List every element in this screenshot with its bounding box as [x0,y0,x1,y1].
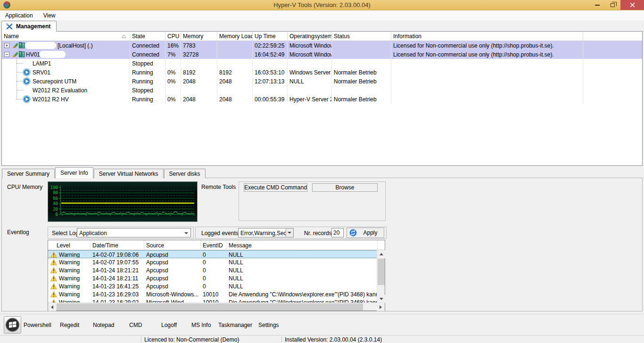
windows-start-button[interactable] [4,316,21,334]
scroll-down-button[interactable] [377,295,385,303]
menu-item-view[interactable]: View [38,10,61,20]
vertical-scrollbar[interactable] [377,250,385,303]
tab-server-summary[interactable]: Server Summary [2,169,55,178]
close-button[interactable] [620,0,644,10]
event-row[interactable]: Warning14-02-07 19:08:06Apcupsd0NULL [48,250,385,258]
column-header-status[interactable]: Status [332,32,391,41]
toolbar-link-regedit[interactable]: Regedit [60,322,79,328]
event-row[interactable]: Warning14-01-23 16:41:25Apcupsd0NULL [48,282,385,290]
event-column-header-eventid[interactable]: EventID [201,240,227,250]
event-row[interactable]: Warning14-01-24 18:21:11Apcupsd0NULL [48,274,385,282]
server-row-w2012-r2-hv[interactable]: W2012 R2 HVRunning0%2048204800:00:55:39H… [2,95,642,104]
server-table-rows: [LocalHost] (.)Connected16%778302:22:59:… [2,41,642,104]
menu-item-application[interactable]: Application [0,10,38,20]
server-name-cell: LAMP1 [2,59,130,68]
status-bar: Licenced to: Non-Commercial (Demo) Insta… [0,335,644,343]
column-header-operatingsystem[interactable]: Operatingsystem [288,32,332,41]
status-separator [141,336,141,343]
column-header-name[interactable]: Name [2,32,130,41]
server-cell-state: Running [130,68,165,77]
server-table-panel: NameStateCPUMemoryMemory LoadUp TimeOper… [1,31,643,166]
server-name-cell: [LocalHost] (.) [2,41,130,50]
event-level-label: Warning [59,275,80,282]
eventlog-label: Eventlog [7,229,29,236]
column-header-up-time[interactable]: Up Time [253,32,288,41]
server-cell-operatingsystem: Microsoft Windows 8 [288,41,332,50]
tree-branch-line [17,72,23,73]
server-cell-information [391,77,583,86]
horizontal-scrollbar[interactable] [48,302,385,310]
execute-cmd-command-button[interactable]: Execute CMD Command [244,183,307,192]
tree-trunk-line [17,58,17,99]
horizontal-scrollbar-thumb[interactable] [57,303,363,310]
server-row-securepoint-utm[interactable]: Securepoint UTMRunning0%2048204812:07:13… [2,77,642,86]
server-cell-up-time: 12:07:13:13 [253,77,288,86]
toolbar-link-powershell[interactable]: Powershell [24,322,51,328]
tree-branch-line [17,81,23,82]
event-cell-event_id: 0 [201,274,227,282]
event-level-label: Warning [59,283,80,290]
tab-management[interactable]: Management [1,21,57,32]
event-column-header-source[interactable]: Source [144,240,201,250]
tab-server-disks[interactable]: Server disks [164,169,206,178]
column-header-cpu[interactable]: CPU [165,32,181,41]
event-column-header-date-time[interactable]: Date/Time [91,240,144,250]
server-row-srv01[interactable]: SRV01Running0%8192819216:03:53:10Windows… [2,68,642,77]
server-cell-status [332,41,391,50]
installed-version-status: Installed Version: 2.03.00.04 (2.3.0.14) [285,336,382,343]
server-row-w2012-r2-evaluation[interactable]: W2012 R2 EvaluationStopped [2,86,642,95]
minimize-button[interactable] [590,0,604,10]
toolbar-link-cmd[interactable]: CMD [129,322,142,328]
tab-server-info[interactable]: Server Info [55,167,93,178]
nr-records-input[interactable] [331,228,344,237]
column-header-memory-load[interactable]: Memory Load [217,32,253,41]
column-header-information[interactable]: Information [391,32,583,41]
server-row-localhost[interactable]: [LocalHost] (.)Connected16%778302:22:59:… [2,41,642,50]
event-column-header-level[interactable]: Level [48,240,91,250]
column-header-memory[interactable]: Memory [181,32,217,41]
logged-events-label: Logged events [201,230,239,237]
event-row[interactable]: Warning14-02-07 19:07:55Apcupsd0NULL [48,258,385,266]
tab-server-virtual-networks[interactable]: Server Virtual Networks [94,169,164,178]
event-level-cell: Warning [48,251,91,258]
server-row-hv01[interactable]: HV01Connected7%3272816:04:52:49Microsoft… [2,50,642,59]
browse-button[interactable]: Browse [312,183,378,192]
vm-name-label: Securepoint UTM [33,78,76,85]
event-level-cell: Warning [48,290,91,298]
server-cell-cpu [165,86,181,95]
scroll-up-button[interactable] [377,250,385,258]
scroll-left-button[interactable] [48,303,56,311]
licence-status: Licenced to: Non-Commercial (Demo) [144,336,239,343]
server-cell-memory-load: 8192 [217,68,253,77]
svg-text:80: 80 [53,190,58,195]
toolbar-link-logoff[interactable]: Logoff [161,322,177,328]
restore-button[interactable] [605,0,619,10]
warning-icon [50,267,57,273]
event-level-label: Warning [59,267,80,274]
toolbar-link-taskmanager[interactable]: Taskmanager [218,322,252,328]
column-header-state[interactable]: State [130,32,165,41]
toolbar-link-ms-info[interactable]: MS Info [191,322,211,328]
server-cell-cpu: 0% [165,95,181,104]
dropdown-arrow-button[interactable] [286,229,293,237]
server-cell-information [391,59,583,68]
logged-events-dropdown[interactable]: Error,Warning,Secu [238,228,294,237]
vertical-scrollbar-thumb[interactable] [378,259,385,285]
toolbar-link-settings[interactable]: Settings [258,322,279,328]
expand-collapsed-icon[interactable] [4,43,9,48]
event-row[interactable]: Warning14-01-23 16:29:03Microsoft-Window… [48,290,385,298]
select-log-dropdown[interactable]: Application [77,228,191,237]
select-log-value: Application [79,230,107,237]
toolbar-link-notepad[interactable]: Notepad [93,322,114,328]
apply-button[interactable]: Apply [347,228,384,238]
server-cell-memory: 2048 [181,77,217,86]
server-cell-status: Normaler Betrieb [332,77,391,86]
event-column-header-message[interactable]: Message [227,240,378,250]
server-row-lamp1[interactable]: LAMP1Stopped [2,59,642,68]
expand-expanded-icon[interactable] [4,52,9,57]
event-row[interactable]: Warning14-01-24 18:21:21Apcupsd0NULL [48,266,385,274]
remote-tools-label: Remote Tools [201,184,236,190]
host-connection-icon [11,41,19,49]
event-cell-source: Apcupsd [144,266,201,274]
scroll-right-button[interactable] [377,303,385,311]
